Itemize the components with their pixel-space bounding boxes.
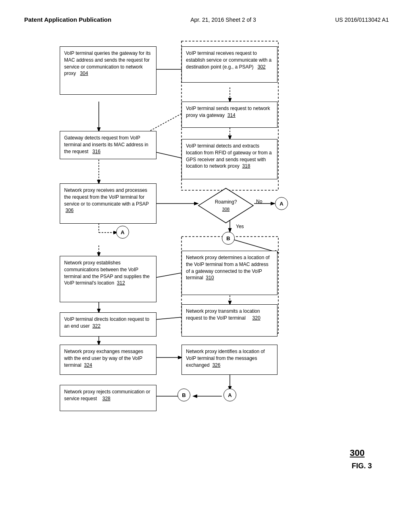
circle-a-left: A <box>116 226 129 239</box>
box-310: Network proxy determines a location of t… <box>181 251 277 295</box>
box-302-ref: 302 <box>257 64 265 70</box>
page: Patent Application Publication Apr. 21, … <box>0 0 413 532</box>
header: Patent Application Publication Apr. 21, … <box>24 16 389 27</box>
box-310-text: Network proxy determines a location of t… <box>186 255 269 281</box>
box-320-ref: 320 <box>252 315 261 321</box>
box-314: VoIP terminal sends request to network p… <box>181 102 277 128</box>
header-left: Patent Application Publication <box>24 16 111 23</box>
box-318: VoIP terminal detects and extracts locat… <box>181 139 277 179</box>
box-322: VoIP terminal directs location request t… <box>60 312 156 337</box>
box-314-ref: 314 <box>227 112 236 118</box>
header-center: Apr. 21, 2016 Sheet 2 of 3 <box>190 17 256 23</box>
box-320-text: Network proxy transmits a location reque… <box>186 308 260 321</box>
circle-a-bottom: A <box>223 389 236 401</box>
box-322-text: VoIP terminal directs location request t… <box>64 316 149 329</box>
circle-a-top: A <box>275 197 288 210</box>
box-306-ref: 306 <box>65 208 73 213</box>
box-310-ref: 310 <box>206 275 214 281</box>
box-306-text: Network proxy receives and processes the… <box>64 187 149 207</box>
no-label: No <box>256 199 262 204</box>
box-328: Network proxy rejects communication or s… <box>60 385 156 411</box>
box-302: VoIP terminal receives request to establ… <box>181 46 277 83</box>
box-312-text: Network proxy establishes communications… <box>64 260 150 286</box>
yes-label: Yes <box>236 224 244 229</box>
box-326: Network proxy identifies a location of V… <box>181 345 277 375</box>
box-318-ref: 318 <box>242 163 250 169</box>
box-304: VoIP terminal queries the gateway for it… <box>60 46 156 95</box>
box-322-ref: 322 <box>92 323 100 329</box>
box-304-text: VoIP terminal queries the gateway for it… <box>64 50 151 76</box>
box-316-ref: 316 <box>92 149 100 154</box>
box-326-text: Network proxy identifies a location of V… <box>186 349 265 368</box>
box-304-ref: 304 <box>80 71 88 76</box>
box-324: Network proxy exchanges messages with th… <box>60 345 156 375</box>
box-324-text: Network proxy exchanges messages with th… <box>64 349 143 368</box>
diamond-308: Roaming? 308 <box>198 187 254 224</box>
fig-number: 300 <box>350 448 365 458</box>
svg-text:308: 308 <box>222 207 229 212</box>
box-320: Network proxy transmits a location reque… <box>181 304 277 337</box>
box-316-text: Gateway detects request from VoIP termin… <box>64 135 148 154</box>
box-312: Network proxy establishes communications… <box>60 256 156 302</box>
svg-marker-25 <box>198 188 253 223</box>
diagram-area: VoIP terminal receives request to establ… <box>24 39 389 490</box>
header-right: US 2016/0113042 A1 <box>335 17 389 23</box>
box-318-text: VoIP terminal detects and extracts locat… <box>186 143 272 169</box>
box-326-ref: 326 <box>212 362 220 368</box>
box-312-ref: 312 <box>117 280 125 286</box>
svg-text:Roaming?: Roaming? <box>215 199 237 205</box>
circle-b-bottom: B <box>177 389 190 401</box>
fig-label: FIG. 3 <box>352 462 372 470</box>
box-324-ref: 324 <box>84 362 92 368</box>
circle-b-mid: B <box>222 232 235 245</box>
box-328-ref: 328 <box>102 396 111 401</box>
box-306: Network proxy receives and processes the… <box>60 183 156 224</box>
box-316: Gateway detects request from VoIP termin… <box>60 131 156 159</box>
